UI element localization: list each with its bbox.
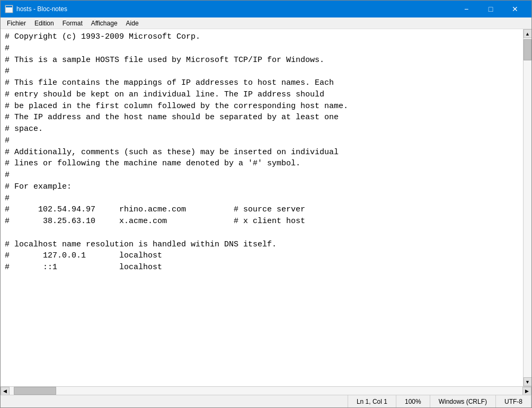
menu-bar: Fichier Edition Format Affichage Aide bbox=[1, 17, 531, 29]
menu-format[interactable]: Format bbox=[58, 19, 87, 28]
scroll-thumb-v[interactable] bbox=[524, 39, 531, 60]
menu-affichage[interactable]: Affichage bbox=[87, 19, 122, 28]
status-position: Ln 1, Col 1 bbox=[348, 395, 396, 407]
text-editor[interactable]: # Copyright (c) 1993-2009 Microsoft Corp… bbox=[1, 29, 523, 386]
editor-area: # Copyright (c) 1993-2009 Microsoft Corp… bbox=[1, 29, 531, 386]
status-line-ending: Windows (CRLF) bbox=[430, 395, 496, 407]
status-encoding: UTF-8 bbox=[496, 395, 531, 407]
menu-fichier[interactable]: Fichier bbox=[3, 19, 30, 28]
title-bar: hosts - Bloc-notes − □ ✕ bbox=[1, 1, 531, 17]
svg-rect-1 bbox=[6, 6, 12, 7]
window-title: hosts - Bloc-notes bbox=[16, 5, 454, 13]
scroll-left-arrow[interactable]: ◀ bbox=[1, 387, 10, 395]
main-window: hosts - Bloc-notes − □ ✕ Fichier Edition… bbox=[0, 0, 532, 408]
status-zoom: 100% bbox=[396, 395, 430, 407]
window-icon bbox=[5, 5, 13, 13]
menu-aide[interactable]: Aide bbox=[122, 19, 143, 28]
menu-edition[interactable]: Edition bbox=[30, 19, 58, 28]
close-button[interactable]: ✕ bbox=[503, 1, 527, 17]
status-bar: Ln 1, Col 1 100% Windows (CRLF) UTF-8 bbox=[1, 395, 531, 407]
scroll-thumb-h[interactable] bbox=[14, 387, 56, 395]
scroll-up-arrow[interactable]: ▲ bbox=[524, 29, 532, 38]
scroll-track-h[interactable] bbox=[10, 387, 522, 395]
scroll-right-arrow[interactable]: ▶ bbox=[522, 387, 531, 395]
status-empty bbox=[1, 395, 348, 407]
maximize-button[interactable]: □ bbox=[478, 1, 503, 17]
minimize-button[interactable]: − bbox=[454, 1, 478, 17]
horizontal-scrollbar[interactable]: ◀ ▶ bbox=[1, 386, 531, 395]
window-controls: − □ ✕ bbox=[454, 1, 527, 17]
vertical-scrollbar[interactable]: ▲ ▼ bbox=[523, 29, 531, 386]
scroll-down-arrow[interactable]: ▼ bbox=[524, 377, 532, 386]
scroll-track-v[interactable] bbox=[524, 38, 531, 377]
